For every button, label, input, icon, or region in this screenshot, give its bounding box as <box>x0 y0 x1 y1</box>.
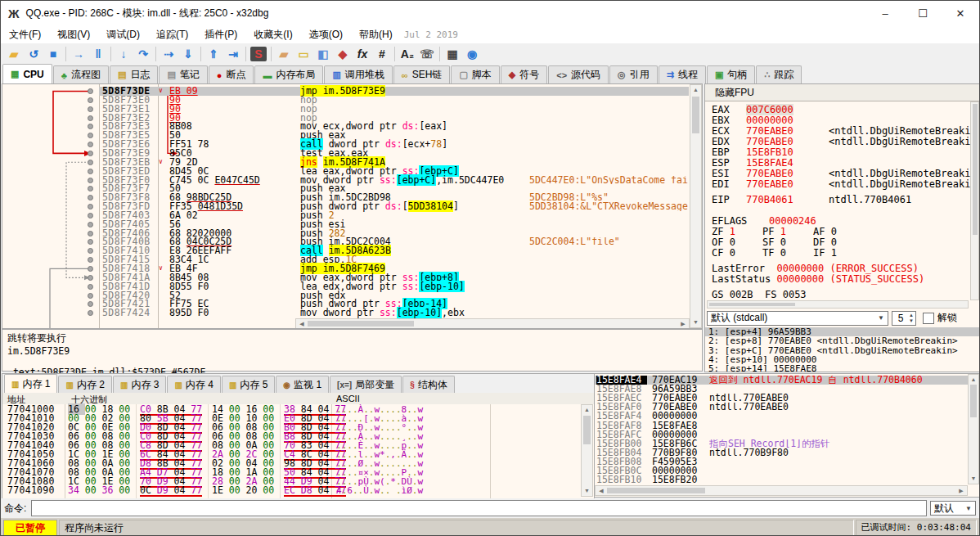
patches-icon[interactable]: ▰ <box>274 45 294 62</box>
breakpoint-dot[interactable] <box>88 257 93 263</box>
argument-row[interactable]: 5: [esp+14] 15E8FAE8 <box>705 364 979 372</box>
breakpoint-dot[interactable] <box>88 248 93 254</box>
dump-tab-watch[interactable]: ◉监视 1 <box>276 376 329 393</box>
dump-tab-memory[interactable]: ▥内存 4 <box>167 376 220 393</box>
flag-tf[interactable]: TF 0 <box>762 248 813 259</box>
register-row-eip[interactable]: EIP770B4061ntdll.770B4061 <box>712 195 793 205</box>
breakpoint-dot[interactable] <box>88 151 93 156</box>
breakpoint-dot[interactable] <box>88 186 93 191</box>
attach-icon[interactable]: ☏ <box>417 45 437 62</box>
functions-icon[interactable]: fx <box>353 45 372 62</box>
stack-row[interactable]: 15E8FB1015E8FB20 <box>595 475 979 484</box>
flag-if[interactable]: IF 1 <box>813 248 864 259</box>
labels-icon[interactable]: ◧ <box>313 45 333 62</box>
run-to-user-code-icon[interactable]: ⇥ <box>223 45 243 62</box>
dump-row[interactable]: 7704109034 00 36 000C D9 04 771E 00 20 0… <box>2 486 594 495</box>
argument-row[interactable]: 2: [esp+8] 770EABE0 <ntdll.DbgUiRemoteBr… <box>705 336 979 345</box>
stack-hscrollbar[interactable]: ◀ ▶ <box>595 485 968 496</box>
execute-till-return-icon[interactable]: ⇑ <box>204 45 223 62</box>
breakpoint-dot[interactable] <box>88 275 93 281</box>
flags-row[interactable]: CF 0TF 0IF 1 <box>712 248 864 259</box>
registers-hscrollbar[interactable] <box>707 300 969 309</box>
command-profile-select[interactable]: 默认 ▼ <box>930 501 976 516</box>
tab-handles[interactable]: ▣句柄 <box>707 65 755 83</box>
breakpoint-dot[interactable] <box>88 133 93 138</box>
breakpoint-dot[interactable] <box>88 115 93 121</box>
restart-icon[interactable]: ↺ <box>24 45 43 62</box>
tab-breakpoint[interactable]: ●断点 <box>209 65 254 83</box>
tab-symbols[interactable]: ◆符号 <box>501 65 547 83</box>
disasm-row[interactable]: 5D8F7424895D F0mov dword ptr ss:[ebp-10]… <box>2 309 702 318</box>
register-row-edi[interactable]: EDI770EABE0<ntdll.DbgUiRemoteBreakin> <box>712 179 793 190</box>
disasm-vscrollbar[interactable]: ▲ ▼ <box>690 84 702 328</box>
dump-tab-memory[interactable]: ▥内存 2 <box>58 376 111 393</box>
menu-item-view[interactable]: 视图(V) <box>49 26 98 43</box>
breakpoint-dot[interactable] <box>88 124 93 129</box>
menu-item-plugins[interactable]: 插件(P) <box>196 26 245 43</box>
registers-vscrollbar[interactable] <box>970 101 979 300</box>
comments-icon[interactable]: ▭ <box>294 45 313 62</box>
run-icon[interactable]: → <box>69 45 88 62</box>
tab-script[interactable]: ▢脚本 <box>451 65 499 83</box>
breakpoint-dot[interactable] <box>88 195 93 200</box>
tab-source[interactable]: <>源代码 <box>548 65 609 83</box>
unlock-checkbox[interactable] <box>923 313 934 324</box>
segment-registers-row[interactable]: GS 002B FS 0053 <box>712 290 807 300</box>
hide-fpu-button[interactable]: 隐藏FPU <box>705 84 979 101</box>
breakpoint-dot[interactable] <box>88 204 93 209</box>
breakpoint-dot[interactable] <box>88 222 93 227</box>
dump-vscrollbar[interactable]: ▲ ▼ <box>581 404 593 497</box>
laststatus-row[interactable]: LastStatus 00000000 (STATUS_SUCCESS) <box>712 274 924 285</box>
breakpoint-dot[interactable] <box>88 97 93 103</box>
breakpoint-dot[interactable] <box>88 178 93 183</box>
menu-item-help[interactable]: 帮助(H) <box>351 26 401 43</box>
tab-chip[interactable]: ▦CPU <box>2 64 52 83</box>
menu-item-options[interactable]: 选项(O) <box>301 26 351 43</box>
breakpoint-dot[interactable] <box>88 239 93 245</box>
tab-references[interactable]: ◎引用 <box>609 65 658 83</box>
dump-tab-locals[interactable]: [x=]局部变量 <box>330 376 402 393</box>
tab-callstack[interactable]: ▥调用堆栈 <box>324 65 392 83</box>
tab-log[interactable]: ▤日志 <box>110 65 158 83</box>
calling-convention-select[interactable]: 默认 (stdcall) ▼ <box>707 311 888 326</box>
tab-threads[interactable]: ⇉线程 <box>659 65 706 83</box>
breakpoint-dot[interactable] <box>88 88 93 94</box>
maximize-button[interactable]: ☐ <box>904 1 942 25</box>
flag-cf[interactable]: CF 0 <box>712 248 762 259</box>
menu-item-trace[interactable]: 追踪(T) <box>148 26 196 43</box>
tab-seh[interactable]: ∞SEH链 <box>393 65 451 83</box>
open-file-icon[interactable]: ▰ <box>4 45 24 62</box>
tab-graph[interactable]: ♣流程图 <box>53 65 109 83</box>
disasm-hscrollbar[interactable]: ◀ ▶ <box>295 318 690 329</box>
breakpoint-dot[interactable] <box>88 213 93 218</box>
internet-icon[interactable]: ◉ <box>462 45 482 62</box>
breakpoint-dot[interactable] <box>88 231 93 236</box>
dump-tab-memory[interactable]: ▥内存 1 <box>4 374 57 393</box>
pause-icon[interactable]: ‖ <box>88 45 108 62</box>
bookmarks-icon[interactable]: ◆ <box>333 45 353 62</box>
command-input[interactable] <box>31 500 927 516</box>
breakpoint-dot[interactable] <box>88 301 93 307</box>
ordinals-icon[interactable]: # <box>372 45 392 62</box>
step-over-icon[interactable]: ↷ <box>133 45 153 62</box>
dump-tab-struct[interactable]: §结构体 <box>402 376 455 393</box>
breakpoint-dot[interactable] <box>88 310 93 316</box>
step-into-icon[interactable]: ↓ <box>114 45 133 62</box>
stop-icon[interactable]: ■ <box>43 45 63 62</box>
breakpoint-dot[interactable] <box>88 169 93 174</box>
step-out-icon[interactable]: ⇓ <box>178 45 198 62</box>
dump-tab-memory[interactable]: ▥内存 5 <box>222 376 275 393</box>
breakpoint-dot[interactable] <box>88 266 93 272</box>
breakpoint-dot[interactable] <box>88 160 93 165</box>
dump-body[interactable]: 7704100016 00 18 00C0 8B 04 7714 00 16 0… <box>2 404 594 498</box>
stack-vscrollbar[interactable]: ▲ ▼ <box>968 374 979 484</box>
stack-panel[interactable]: 15E8FAE4770EAC19返回到 ntdll.770EAC19 自 ntd… <box>594 373 980 498</box>
tab-memmap[interactable]: ▬内存布局 <box>254 65 323 83</box>
settings-s-icon[interactable]: S <box>250 47 267 61</box>
menu-item-debug[interactable]: 调试(D) <box>98 26 148 43</box>
breakpoint-dot[interactable] <box>88 293 93 299</box>
breakpoint-dot[interactable] <box>88 142 93 147</box>
calculator-icon[interactable]: ▦ <box>443 45 462 62</box>
tab-notes[interactable]: ▤笔记 <box>159 65 207 83</box>
close-button[interactable]: ✕ <box>942 1 979 25</box>
